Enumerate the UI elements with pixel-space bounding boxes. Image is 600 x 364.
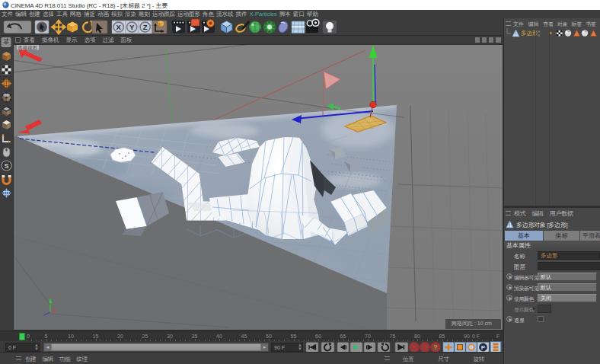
svg-text:透视视图: 透视视图 — [18, 45, 37, 51]
svg-text:X: X — [116, 23, 122, 31]
svg-text:?: ? — [433, 343, 438, 351]
svg-text:Z: Z — [143, 23, 148, 31]
svg-text:网格间距 : 10 cm: 网格间距 : 10 cm — [452, 321, 492, 327]
svg-text:S: S — [4, 162, 8, 170]
svg-text:Y: Y — [129, 23, 135, 31]
svg-text:P: P — [481, 344, 486, 351]
